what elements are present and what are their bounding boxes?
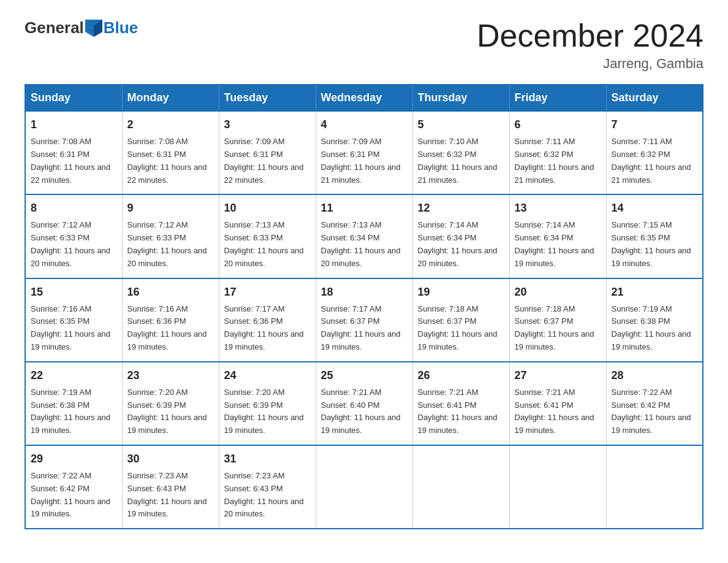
- calendar-week-row: 15 Sunrise: 7:16 AMSunset: 6:35 PMDaylig…: [25, 278, 703, 362]
- day-info: Sunrise: 7:19 AMSunset: 6:38 PMDaylight:…: [612, 304, 691, 351]
- calendar-week-row: 22 Sunrise: 7:19 AMSunset: 6:38 PMDaylig…: [25, 362, 703, 445]
- day-info: Sunrise: 7:22 AMSunset: 6:42 PMDaylight:…: [612, 388, 691, 435]
- day-number: 23: [127, 367, 214, 384]
- calendar-cell: 10 Sunrise: 7:13 AMSunset: 6:33 PMDaylig…: [219, 194, 316, 278]
- day-number: 17: [224, 284, 311, 301]
- calendar-cell: 25 Sunrise: 7:21 AMSunset: 6:40 PMDaylig…: [316, 362, 412, 445]
- day-info: Sunrise: 7:21 AMSunset: 6:41 PMDaylight:…: [418, 388, 498, 435]
- location-text: Jarreng, Gambia: [477, 56, 703, 72]
- day-number: 20: [515, 284, 601, 301]
- day-number: 9: [127, 200, 214, 216]
- day-info: Sunrise: 7:10 AMSunset: 6:32 PMDaylight:…: [418, 137, 498, 184]
- calendar-cell: 14 Sunrise: 7:15 AMSunset: 6:35 PMDaylig…: [606, 194, 703, 278]
- page-header: General Blue December 2024 Jarreng, Gamb…: [25, 18, 703, 72]
- calendar-cell: 9 Sunrise: 7:12 AMSunset: 6:33 PMDayligh…: [122, 194, 219, 278]
- calendar-cell: 15 Sunrise: 7:16 AMSunset: 6:35 PMDaylig…: [25, 278, 122, 362]
- weekday-header-monday: Monday: [122, 85, 219, 111]
- day-number: 5: [418, 117, 504, 133]
- day-number: 15: [31, 284, 117, 301]
- day-info: Sunrise: 7:14 AMSunset: 6:34 PMDaylight:…: [515, 220, 594, 267]
- day-info: Sunrise: 7:15 AMSunset: 6:35 PMDaylight:…: [612, 220, 691, 267]
- calendar-week-row: 1 Sunrise: 7:08 AMSunset: 6:31 PMDayligh…: [25, 111, 703, 194]
- logo: General Blue: [25, 18, 138, 37]
- day-number: 27: [515, 367, 601, 384]
- day-info: Sunrise: 7:13 AMSunset: 6:34 PMDaylight:…: [321, 220, 401, 267]
- calendar-cell: 26 Sunrise: 7:21 AMSunset: 6:41 PMDaylig…: [412, 362, 509, 445]
- day-info: Sunrise: 7:20 AMSunset: 6:39 PMDaylight:…: [127, 388, 207, 435]
- logo-general-text: General: [25, 18, 84, 37]
- logo-blue-text: Blue: [104, 18, 138, 37]
- calendar-cell: 27 Sunrise: 7:21 AMSunset: 6:41 PMDaylig…: [509, 362, 606, 445]
- day-info: Sunrise: 7:19 AMSunset: 6:38 PMDaylight:…: [31, 388, 110, 435]
- day-number: 1: [31, 117, 117, 133]
- day-number: 30: [127, 451, 214, 467]
- calendar-cell: 12 Sunrise: 7:14 AMSunset: 6:34 PMDaylig…: [412, 194, 509, 278]
- calendar-cell: 2 Sunrise: 7:08 AMSunset: 6:31 PMDayligh…: [122, 111, 219, 194]
- calendar-cell: 8 Sunrise: 7:12 AMSunset: 6:33 PMDayligh…: [25, 194, 122, 278]
- calendar-cell: 4 Sunrise: 7:09 AMSunset: 6:31 PMDayligh…: [316, 111, 412, 194]
- day-info: Sunrise: 7:23 AMSunset: 6:43 PMDaylight:…: [127, 471, 207, 518]
- day-info: Sunrise: 7:16 AMSunset: 6:35 PMDaylight:…: [31, 304, 110, 351]
- calendar-cell: [412, 445, 509, 529]
- calendar-cell: 5 Sunrise: 7:10 AMSunset: 6:32 PMDayligh…: [412, 111, 509, 194]
- day-info: Sunrise: 7:18 AMSunset: 6:37 PMDaylight:…: [515, 304, 594, 351]
- calendar-cell: 6 Sunrise: 7:11 AMSunset: 6:32 PMDayligh…: [509, 111, 606, 194]
- weekday-header-saturday: Saturday: [606, 85, 703, 111]
- day-number: 3: [224, 117, 311, 133]
- calendar-cell: [509, 445, 606, 529]
- day-info: Sunrise: 7:13 AMSunset: 6:33 PMDaylight:…: [224, 220, 304, 267]
- calendar-cell: 11 Sunrise: 7:13 AMSunset: 6:34 PMDaylig…: [316, 194, 412, 278]
- day-number: 18: [321, 284, 408, 301]
- day-info: Sunrise: 7:09 AMSunset: 6:31 PMDaylight:…: [321, 137, 401, 184]
- day-info: Sunrise: 7:16 AMSunset: 6:36 PMDaylight:…: [127, 304, 207, 351]
- calendar-cell: 30 Sunrise: 7:23 AMSunset: 6:43 PMDaylig…: [122, 445, 219, 529]
- day-number: 13: [515, 200, 601, 216]
- calendar-cell: 16 Sunrise: 7:16 AMSunset: 6:36 PMDaylig…: [122, 278, 219, 362]
- day-number: 10: [224, 200, 311, 216]
- day-number: 24: [224, 367, 311, 384]
- day-info: Sunrise: 7:09 AMSunset: 6:31 PMDaylight:…: [224, 137, 304, 184]
- calendar-cell: 28 Sunrise: 7:22 AMSunset: 6:42 PMDaylig…: [606, 362, 703, 445]
- day-info: Sunrise: 7:20 AMSunset: 6:39 PMDaylight:…: [224, 388, 304, 435]
- day-number: 4: [321, 117, 408, 133]
- day-number: 2: [127, 117, 214, 133]
- calendar-cell: 20 Sunrise: 7:18 AMSunset: 6:37 PMDaylig…: [509, 278, 606, 362]
- day-info: Sunrise: 7:08 AMSunset: 6:31 PMDaylight:…: [127, 137, 207, 184]
- day-number: 21: [612, 284, 698, 301]
- day-number: 8: [31, 200, 117, 216]
- calendar-header: SundayMondayTuesdayWednesdayThursdayFrid…: [25, 85, 703, 111]
- calendar-week-row: 29 Sunrise: 7:22 AMSunset: 6:42 PMDaylig…: [25, 445, 703, 529]
- calendar-cell: 17 Sunrise: 7:17 AMSunset: 6:36 PMDaylig…: [219, 278, 316, 362]
- calendar-week-row: 8 Sunrise: 7:12 AMSunset: 6:33 PMDayligh…: [25, 194, 703, 278]
- day-number: 6: [515, 117, 601, 133]
- calendar-cell: 31 Sunrise: 7:23 AMSunset: 6:43 PMDaylig…: [219, 445, 316, 529]
- title-area: December 2024 Jarreng, Gambia: [477, 18, 703, 72]
- calendar-cell: 19 Sunrise: 7:18 AMSunset: 6:37 PMDaylig…: [412, 278, 509, 362]
- day-info: Sunrise: 7:12 AMSunset: 6:33 PMDaylight:…: [31, 220, 110, 267]
- day-number: 16: [127, 284, 214, 301]
- month-title: December 2024: [477, 18, 703, 53]
- day-info: Sunrise: 7:21 AMSunset: 6:41 PMDaylight:…: [515, 388, 594, 435]
- calendar-cell: 18 Sunrise: 7:17 AMSunset: 6:37 PMDaylig…: [316, 278, 412, 362]
- calendar-cell: 22 Sunrise: 7:19 AMSunset: 6:38 PMDaylig…: [25, 362, 122, 445]
- day-number: 11: [321, 200, 408, 216]
- day-number: 14: [612, 200, 698, 216]
- day-number: 28: [612, 367, 698, 384]
- weekday-header-wednesday: Wednesday: [316, 85, 412, 111]
- weekday-header-friday: Friday: [509, 85, 606, 111]
- calendar-cell: 7 Sunrise: 7:11 AMSunset: 6:32 PMDayligh…: [606, 111, 703, 194]
- day-info: Sunrise: 7:08 AMSunset: 6:31 PMDaylight:…: [31, 137, 110, 184]
- calendar-cell: 21 Sunrise: 7:19 AMSunset: 6:38 PMDaylig…: [606, 278, 703, 362]
- calendar-table: SundayMondayTuesdayWednesdayThursdayFrid…: [25, 84, 703, 529]
- day-info: Sunrise: 7:21 AMSunset: 6:40 PMDaylight:…: [321, 388, 401, 435]
- day-info: Sunrise: 7:23 AMSunset: 6:43 PMDaylight:…: [224, 471, 304, 518]
- day-info: Sunrise: 7:17 AMSunset: 6:36 PMDaylight:…: [224, 304, 304, 351]
- calendar-cell: 24 Sunrise: 7:20 AMSunset: 6:39 PMDaylig…: [219, 362, 316, 445]
- calendar-cell: [606, 445, 703, 529]
- weekday-header-row: SundayMondayTuesdayWednesdayThursdayFrid…: [25, 85, 703, 111]
- calendar-cell: [316, 445, 412, 529]
- calendar-cell: 29 Sunrise: 7:22 AMSunset: 6:42 PMDaylig…: [25, 445, 122, 529]
- day-number: 26: [418, 367, 504, 384]
- day-info: Sunrise: 7:11 AMSunset: 6:32 PMDaylight:…: [612, 137, 691, 184]
- day-info: Sunrise: 7:11 AMSunset: 6:32 PMDaylight:…: [515, 137, 594, 184]
